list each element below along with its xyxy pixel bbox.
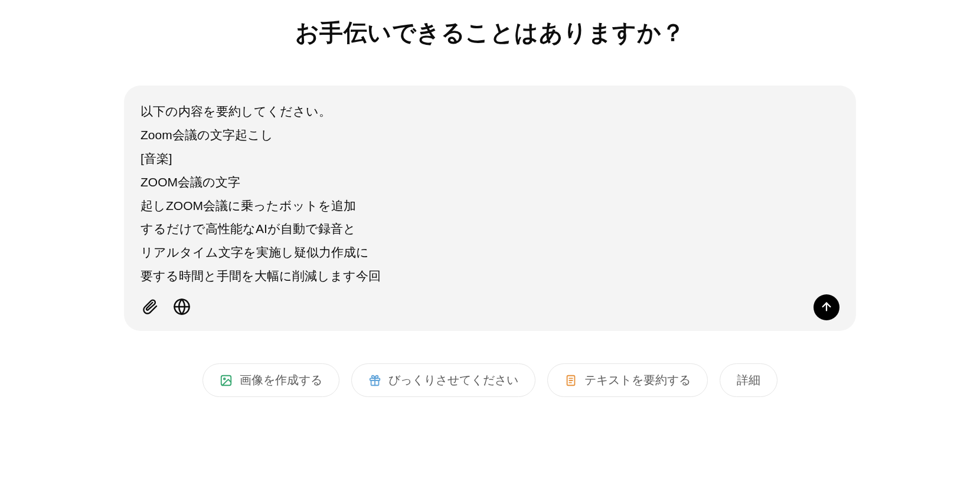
suggestion-label: 詳細 bbox=[737, 372, 760, 388]
page-title: お手伝いできることはありますか？ bbox=[124, 17, 856, 49]
suggestion-surprise-me[interactable]: びっくりさせてください bbox=[351, 363, 535, 397]
paperclip-icon bbox=[142, 298, 158, 317]
composer-tools-left bbox=[141, 298, 191, 317]
globe-icon bbox=[173, 298, 191, 317]
image-icon bbox=[220, 374, 233, 387]
composer-toolbar bbox=[141, 294, 839, 320]
suggestion-label: びっくりさせてください bbox=[388, 372, 518, 388]
suggestion-more[interactable]: 詳細 bbox=[720, 363, 778, 397]
suggestion-row: 画像を作成する びっくりさせてください bbox=[124, 363, 856, 397]
web-button[interactable] bbox=[172, 298, 191, 317]
arrow-up-icon bbox=[820, 300, 833, 315]
composer-box: 以下の内容を要約してください。 Zoom会議の文字起こし [音楽] ZOOM会議… bbox=[124, 86, 856, 331]
svg-point-4 bbox=[224, 378, 226, 379]
message-input[interactable]: 以下の内容を要約してください。 Zoom会議の文字起こし [音楽] ZOOM会議… bbox=[141, 100, 839, 288]
attach-button[interactable] bbox=[141, 298, 159, 317]
document-icon bbox=[564, 374, 577, 387]
send-button[interactable] bbox=[814, 294, 839, 320]
suggestion-create-image[interactable]: 画像を作成する bbox=[202, 363, 339, 397]
suggestion-label: 画像を作成する bbox=[240, 372, 322, 388]
gift-icon bbox=[368, 374, 381, 387]
suggestion-label: テキストを要約する bbox=[584, 372, 691, 388]
suggestion-summarize-text[interactable]: テキストを要約する bbox=[547, 363, 708, 397]
